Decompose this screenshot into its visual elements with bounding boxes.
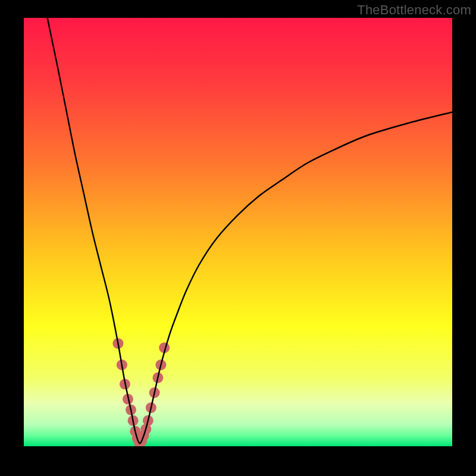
chart-svg — [24, 18, 452, 446]
chart-frame: TheBottleneck.com — [0, 0, 476, 476]
bottleneck-curve — [48, 18, 452, 443]
plot-area — [24, 18, 452, 446]
min-region-markers — [112, 338, 170, 446]
watermark-text: TheBottleneck.com — [357, 2, 471, 18]
